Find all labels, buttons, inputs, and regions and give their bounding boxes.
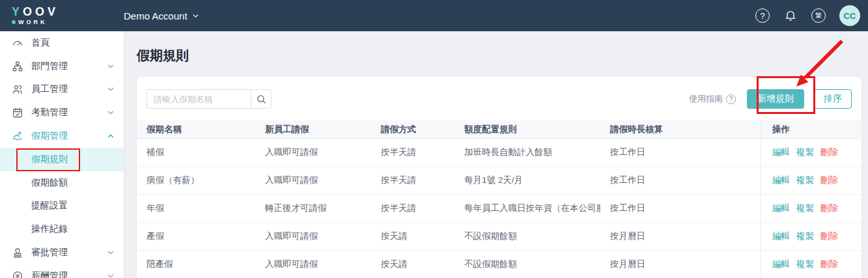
- notification-bell-icon[interactable]: [783, 8, 798, 23]
- cell-duration-basis: 按工作日: [600, 139, 761, 166]
- cell-leave-name: 年假: [137, 195, 255, 222]
- sidebar-item-label: 假期規則: [31, 154, 115, 165]
- cell-quota-rule: 加班時長自動計入餘額: [455, 139, 600, 166]
- edit-link[interactable]: 編輯: [772, 258, 790, 270]
- cell-leave-name: 病假（有薪）: [137, 167, 255, 194]
- chevron-down-icon: [192, 12, 199, 20]
- chevron-down-icon: [107, 63, 115, 70]
- sidebar-subitem[interactable]: 操作紀錄: [0, 217, 124, 241]
- table-row: 產假入職即可請假按天請不設假期餘額按月曆日編輯複製刪除: [137, 223, 861, 251]
- copy-link[interactable]: 複製: [796, 174, 814, 186]
- column-header: 假期名稱: [137, 120, 255, 138]
- copy-link[interactable]: 複製: [796, 146, 814, 158]
- delete-link[interactable]: 刪除: [820, 202, 838, 214]
- logo-text: YOOV: [12, 6, 124, 18]
- copy-link[interactable]: 複製: [796, 258, 814, 270]
- sidebar-item[interactable]: 員工管理: [0, 78, 124, 102]
- usage-guide-link[interactable]: 使用指南 ?: [689, 93, 736, 105]
- logo-dot-icon: [12, 20, 16, 24]
- cell-quota-rule: 不設假期餘額: [455, 251, 600, 278]
- cell-leave-name: 產假: [137, 223, 255, 250]
- sidebar-item-label: 部門管理: [31, 61, 107, 72]
- sidebar-subitem[interactable]: 提醒設置: [0, 195, 124, 218]
- sidebar-item-label: 薪酬管理: [31, 270, 107, 278]
- sidebar-item[interactable]: 部門管理: [0, 55, 124, 78]
- delete-link[interactable]: 刪除: [820, 230, 838, 242]
- sidebar-item-label: 首頁: [31, 37, 115, 49]
- cell-duration-basis: 按月曆日: [600, 251, 761, 278]
- cell-new-employee: 入職即可請假: [255, 223, 371, 250]
- column-header: 額度配置規則: [455, 120, 600, 138]
- search-button[interactable]: [251, 89, 272, 109]
- table-row: 病假（有薪）入職即可請假按半天請每月1號 2天/月按工作日編輯複製刪除: [137, 167, 861, 195]
- yoov-logo[interactable]: YOOV WORK: [0, 6, 124, 25]
- add-rule-button[interactable]: 新增規則: [747, 89, 804, 109]
- sidebar-item-label: 操作紀錄: [31, 223, 115, 235]
- edit-link[interactable]: 編輯: [772, 230, 790, 242]
- cell-new-employee: 入職即可請假: [255, 167, 371, 194]
- edit-link[interactable]: 編輯: [772, 174, 790, 186]
- cell-leave-name: 陪產假: [137, 251, 255, 278]
- cell-new-employee: 入職即可請假: [255, 251, 371, 278]
- cell-method: 按半天請: [371, 139, 455, 166]
- sidebar-subitem[interactable]: 假期餘額: [0, 171, 124, 195]
- sidebar-item-label: 假期餘額: [31, 177, 115, 189]
- sidebar-item[interactable]: 假期管理: [0, 124, 124, 148]
- cell-quota-rule: 每年員工入職日按年資（在本公司服務年限）: [455, 195, 600, 222]
- sidebar-item[interactable]: 首頁: [0, 31, 124, 55]
- search-icon: [256, 94, 267, 105]
- org-icon: [12, 61, 23, 72]
- chevron-down-icon: [107, 109, 115, 117]
- cell-method: 按天請: [371, 223, 455, 250]
- copy-link[interactable]: 複製: [796, 230, 814, 242]
- sidebar-subitem[interactable]: 假期規則: [0, 148, 124, 171]
- cell-quota-rule: 不設假期餘額: [455, 223, 600, 250]
- cell-actions: 編輯複製刪除: [761, 195, 861, 222]
- content-card: 使用指南 ? 新增規則 排序 假期名稱新員工請假請假方式額度配置規則請假時長核算…: [137, 77, 861, 278]
- table-header-row: 假期名稱新員工請假請假方式額度配置規則請假時長核算操作: [137, 120, 861, 139]
- sidebar: 首頁部門管理員工管理考勤管理假期管理假期規則假期餘額提醒設置操作紀錄審批管理薪酬…: [0, 31, 124, 278]
- language-toggle-icon[interactable]: 繁: [811, 8, 826, 23]
- page-title: 假期規則: [137, 47, 189, 64]
- edit-link[interactable]: 編輯: [772, 146, 790, 158]
- sidebar-item-label: 考勤管理: [31, 107, 107, 118]
- cell-method: 按天請: [371, 251, 455, 278]
- cell-new-employee: 轉正後才可請假: [255, 195, 371, 222]
- sidebar-item-label: 員工管理: [31, 83, 107, 95]
- cell-duration-basis: 按工作日: [600, 167, 761, 194]
- dashboard-icon: [12, 37, 23, 49]
- account-switcher[interactable]: Demo Account: [124, 10, 199, 21]
- cell-actions: 編輯複製刪除: [761, 139, 861, 166]
- sidebar-item[interactable]: 薪酬管理: [0, 264, 124, 278]
- cell-actions: 編輯複製刪除: [761, 167, 861, 194]
- vacation-icon: [12, 130, 23, 142]
- chevron-down-icon: [107, 272, 115, 278]
- top-header: YOOV WORK Demo Account ? 繁 CC: [0, 0, 868, 31]
- chevron-up-icon: [107, 132, 115, 140]
- stamp-icon: [12, 247, 23, 258]
- account-name: Demo Account: [124, 10, 188, 21]
- search-input[interactable]: [147, 89, 251, 109]
- help-icon[interactable]: ?: [755, 8, 770, 23]
- table-row: 陪產假入職即可請假按天請不設假期餘額按月曆日編輯複製刪除: [137, 251, 861, 278]
- edit-link[interactable]: 編輯: [772, 202, 790, 214]
- column-header: 新員工請假: [255, 120, 371, 138]
- sidebar-item-label: 提醒設置: [31, 200, 115, 212]
- sidebar-item-label: 審批管理: [31, 247, 107, 258]
- cell-actions: 編輯複製刪除: [761, 251, 861, 278]
- leave-rules-table: 假期名稱新員工請假請假方式額度配置規則請假時長核算操作補假入職即可請假按半天請加…: [137, 120, 861, 278]
- user-avatar[interactable]: CC: [839, 5, 860, 26]
- sort-button[interactable]: 排序: [814, 89, 852, 109]
- delete-link[interactable]: 刪除: [820, 258, 838, 270]
- cell-new-employee: 入職即可請假: [255, 139, 371, 166]
- delete-link[interactable]: 刪除: [820, 146, 838, 158]
- cell-duration-basis: 按月曆日: [600, 223, 761, 250]
- cell-quota-rule: 每月1號 2天/月: [455, 167, 600, 194]
- cell-method: 按半天請: [371, 195, 455, 222]
- cell-duration-basis: 按工作日: [600, 195, 761, 222]
- sidebar-item[interactable]: 審批管理: [0, 241, 124, 264]
- table-row: 年假轉正後才可請假按半天請每年員工入職日按年資（在本公司服務年限）按工作日編輯複…: [137, 195, 861, 223]
- sidebar-item[interactable]: 考勤管理: [0, 101, 124, 124]
- delete-link[interactable]: 刪除: [820, 174, 838, 186]
- copy-link[interactable]: 複製: [796, 202, 814, 214]
